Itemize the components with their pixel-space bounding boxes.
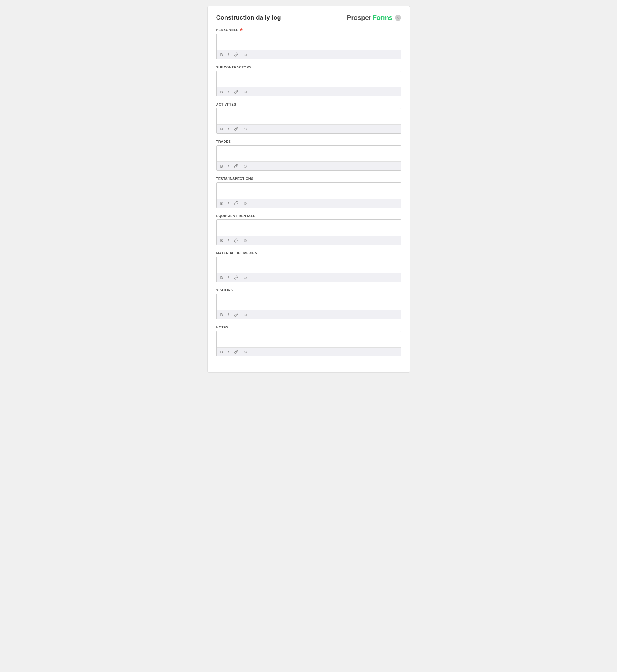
logo-prosper: Prosper (347, 14, 371, 22)
field-group-material_deliveries: MATERIAL DELIVERIESBI ☺ (216, 251, 401, 282)
editor-input-tests_inspections[interactable] (217, 183, 401, 198)
field-group-tests_inspections: TESTS/INSPECTIONSBI ☺ (216, 177, 401, 208)
editor-input-subcontractors[interactable] (217, 71, 401, 86)
editor-input-trades[interactable] (217, 145, 401, 160)
bold-button-visitors[interactable]: B (219, 312, 224, 317)
toolbar-trades: BI ☺ (217, 161, 401, 171)
link-button-subcontractors[interactable] (233, 89, 239, 94)
editor-wrapper-notes: BI ☺ (216, 331, 401, 356)
field-label-activities: ACTIVITIES (216, 102, 401, 106)
editor-input-material_deliveries[interactable] (217, 257, 401, 272)
close-button[interactable]: × (395, 15, 401, 21)
form-container: Construction daily log Prosper Forms × P… (207, 6, 410, 373)
field-label-personnel: PERSONNEL★ (216, 27, 401, 32)
bold-button-personnel[interactable]: B (219, 52, 224, 57)
toolbar-activities: BI ☺ (217, 124, 401, 133)
bold-button-notes[interactable]: B (219, 349, 224, 355)
field-label-material_deliveries: MATERIAL DELIVERIES (216, 251, 401, 255)
toolbar-tests_inspections: BI ☺ (217, 199, 401, 208)
toolbar-equipment_rentals: BI ☺ (217, 236, 401, 245)
fields-container: PERSONNEL★BI ☺SUBCONTRACTORSBI ☺ACTIVITI… (216, 27, 401, 356)
toolbar-subcontractors: BI ☺ (217, 87, 401, 96)
field-label-notes: NOTES (216, 325, 401, 329)
emoji-button-notes[interactable]: ☺ (242, 349, 249, 355)
emoji-button-subcontractors[interactable]: ☺ (242, 89, 249, 94)
form-header: Construction daily log Prosper Forms × (216, 14, 401, 22)
italic-button-notes[interactable]: I (227, 349, 230, 355)
editor-input-visitors[interactable] (217, 294, 401, 309)
editor-input-personnel[interactable] (217, 34, 401, 49)
bold-button-tests_inspections[interactable]: B (219, 201, 224, 206)
link-button-material_deliveries[interactable] (233, 275, 239, 280)
editor-input-equipment_rentals[interactable] (217, 220, 401, 235)
field-group-visitors: VISITORSBI ☺ (216, 288, 401, 319)
link-button-visitors[interactable] (233, 312, 239, 317)
required-indicator: ★ (239, 27, 243, 32)
editor-wrapper-equipment_rentals: BI ☺ (216, 220, 401, 245)
field-group-subcontractors: SUBCONTRACTORSBI ☺ (216, 65, 401, 96)
field-group-equipment_rentals: EQUIPMENT RENTALSBI ☺ (216, 214, 401, 245)
editor-wrapper-visitors: BI ☺ (216, 294, 401, 319)
emoji-button-equipment_rentals[interactable]: ☺ (242, 238, 249, 243)
italic-button-trades[interactable]: I (227, 163, 230, 169)
field-label-tests_inspections: TESTS/INSPECTIONS (216, 177, 401, 181)
editor-input-notes[interactable] (217, 331, 401, 346)
bold-button-equipment_rentals[interactable]: B (219, 238, 224, 243)
link-button-personnel[interactable] (233, 52, 239, 57)
field-group-activities: ACTIVITIESBI ☺ (216, 102, 401, 133)
emoji-button-material_deliveries[interactable]: ☺ (242, 275, 249, 280)
field-label-trades: TRADES (216, 140, 401, 143)
italic-button-tests_inspections[interactable]: I (227, 201, 230, 206)
italic-button-equipment_rentals[interactable]: I (227, 238, 230, 243)
editor-wrapper-subcontractors: BI ☺ (216, 71, 401, 96)
editor-input-activities[interactable] (217, 108, 401, 123)
italic-button-activities[interactable]: I (227, 126, 230, 132)
emoji-button-tests_inspections[interactable]: ☺ (242, 201, 249, 206)
toolbar-visitors: BI ☺ (217, 310, 401, 319)
emoji-button-visitors[interactable]: ☺ (242, 312, 249, 317)
editor-wrapper-material_deliveries: BI ☺ (216, 257, 401, 282)
editor-wrapper-activities: BI ☺ (216, 108, 401, 133)
field-label-subcontractors: SUBCONTRACTORS (216, 65, 401, 69)
italic-button-personnel[interactable]: I (227, 52, 230, 57)
toolbar-material_deliveries: BI ☺ (217, 273, 401, 282)
toolbar-personnel: BI ☺ (217, 50, 401, 59)
link-button-activities[interactable] (233, 126, 239, 132)
field-label-visitors: VISITORS (216, 288, 401, 292)
bold-button-activities[interactable]: B (219, 126, 224, 132)
bold-button-subcontractors[interactable]: B (219, 89, 224, 94)
logo-forms: Forms (373, 14, 393, 22)
emoji-button-trades[interactable]: ☺ (242, 163, 249, 169)
editor-wrapper-personnel: BI ☺ (216, 34, 401, 59)
italic-button-subcontractors[interactable]: I (227, 89, 230, 94)
link-button-notes[interactable] (233, 349, 239, 355)
bold-button-material_deliveries[interactable]: B (219, 275, 224, 280)
link-button-tests_inspections[interactable] (233, 201, 239, 206)
field-group-trades: TRADESBI ☺ (216, 140, 401, 171)
editor-wrapper-trades: BI ☺ (216, 145, 401, 171)
editor-wrapper-tests_inspections: BI ☺ (216, 183, 401, 208)
emoji-button-personnel[interactable]: ☺ (242, 52, 249, 57)
italic-button-material_deliveries[interactable]: I (227, 275, 230, 280)
field-label-equipment_rentals: EQUIPMENT RENTALS (216, 214, 401, 218)
field-group-personnel: PERSONNEL★BI ☺ (216, 27, 401, 59)
logo-container: Prosper Forms × (347, 14, 401, 22)
link-button-trades[interactable] (233, 163, 239, 169)
toolbar-notes: BI ☺ (217, 347, 401, 356)
bold-button-trades[interactable]: B (219, 163, 224, 169)
form-title: Construction daily log (216, 14, 281, 21)
link-button-equipment_rentals[interactable] (233, 238, 239, 243)
field-group-notes: NOTESBI ☺ (216, 325, 401, 356)
emoji-button-activities[interactable]: ☺ (242, 126, 249, 132)
italic-button-visitors[interactable]: I (227, 312, 230, 317)
